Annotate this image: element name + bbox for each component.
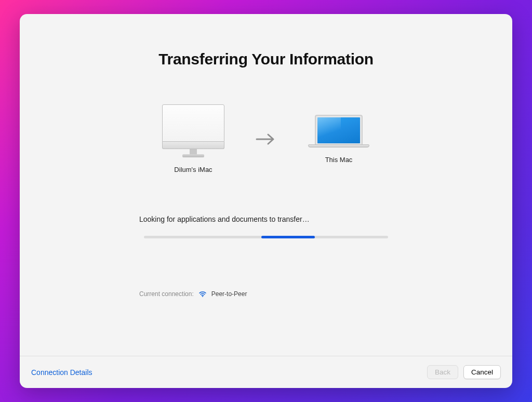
status-text: Looking for applications and documents t… [139,215,310,223]
device-transfer-row: Dilum's iMac This Mac [157,104,375,173]
back-button: Back [427,365,458,379]
arrow-right-icon [256,133,276,145]
migration-assistant-window: Transferring Your Information Dilum's iM… [20,14,512,388]
connection-label: Current connection: [139,290,194,298]
main-content: Transferring Your Information Dilum's iM… [20,14,512,356]
footer-bar: Connection Details Back Cancel [20,356,512,388]
target-device: This Mac [302,115,375,164]
cancel-button[interactable]: Cancel [463,365,501,379]
page-title: Transferring Your Information [158,50,374,68]
source-device-label: Dilum's iMac [174,166,212,173]
imac-icon [162,104,224,157]
connection-type: Peer-to-Peer [211,290,247,298]
connection-row: Current connection: Peer-to-Peer [139,290,247,298]
wifi-icon [199,291,206,297]
macbook-icon [308,115,370,148]
connection-details-link[interactable]: Connection Details [31,368,92,377]
source-device: Dilum's iMac [157,104,230,173]
progress-bar [144,236,388,238]
target-device-label: This Mac [325,156,353,164]
svg-point-1 [202,296,203,297]
progress-bar-segment [261,236,315,238]
